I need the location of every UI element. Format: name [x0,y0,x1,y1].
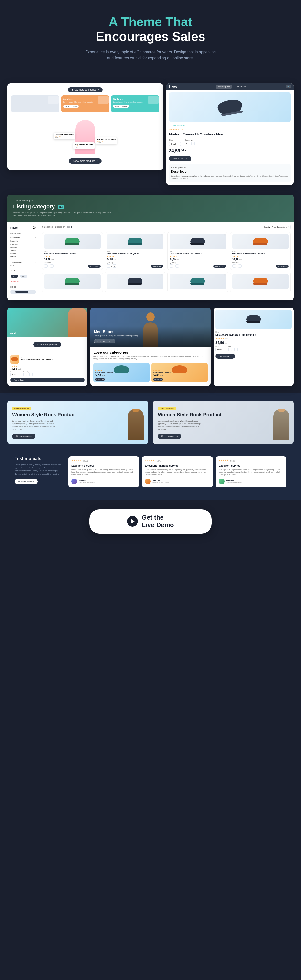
qty-plus-btn[interactable]: + [191,142,195,145]
products-filter-section: PRODUCTS Bestsellers› Products Running F… [10,232,36,258]
tag-man[interactable]: Man [11,275,18,277]
category-card-all[interactable] [11,95,59,113]
show-more-btn-left[interactable]: Show more products [33,342,62,347]
qty-val-1: 1 [48,265,49,267]
product-controls-1: − 1 + Add to Cart [44,264,101,268]
listing-body: Filters ⚙ PRODUCTS Bestsellers› Products… [7,222,294,300]
filter-tennis[interactable]: Tennis [10,249,36,252]
live-demo-button[interactable]: Get the Live Demo [89,509,212,533]
tag-kids[interactable]: Kids [20,275,27,277]
hero-section: A Theme That Encourages Sales Experience… [0,0,301,83]
breadcrumb-men[interactable]: Men [67,226,72,228]
delete-all-tags[interactable]: • Delete all [10,281,19,283]
breadcrumb-categories[interactable]: Categories [42,226,53,228]
wishlist-btn-8[interactable]: ♡ [286,274,288,277]
qty-plus-4[interactable]: + [238,264,242,268]
tc-right-qty-minus[interactable]: − [228,348,232,351]
tc-right-qty-plus[interactable]: + [234,348,238,351]
filter-bestsellers[interactable]: Bestsellers› [10,236,36,239]
pd-tab-men[interactable]: Men Shoes [234,85,247,89]
show-more-categories-btn[interactable]: Show more categories [68,87,103,92]
go-arrow-icon: → [111,340,112,342]
filter-formal[interactable]: Formal [10,252,36,255]
testimonials-show-btn[interactable]: ⊞ Show products [15,479,38,484]
add-cart-2[interactable]: Add to Cart [151,264,163,268]
wishlist-btn-6[interactable]: ♡ [161,274,163,277]
tc-right-name: Nike Zoom Invincible Run Flyknit 2 [215,334,292,337]
pd-tab-all[interactable]: All Categories [216,85,232,89]
size-select[interactable]: Small [169,142,181,146]
tc-left-add-cart[interactable]: Add to Cart [10,378,84,382]
qty-plus-2[interactable]: + [113,264,116,268]
tc-right-product-img [215,310,292,329]
tc-right-size-select[interactable]: Small [215,348,226,352]
test-1-role: Client about Real Leaves [79,482,95,483]
wishlist-btn-2[interactable]: ♡ [161,234,163,237]
test-2-role: Client about Real Leaves [152,482,169,483]
wishlist-btn-1[interactable]: ♡ [98,234,101,237]
product-img-5 [44,274,101,289]
add-cart-4[interactable]: Add to Cart [276,264,288,268]
listing-card: ← Back to category Listing category 153 … [7,195,294,300]
show-more-products-btn[interactable]: Show more products [69,158,101,164]
product-name-4: Nike Zoom Invincible Run Flyknit 2 [232,253,289,255]
add-cart-3[interactable]: Add to Cart [213,264,226,268]
wishlist-btn-7[interactable]: ♡ [224,274,226,277]
pd-tabs: All Categories Men Shoes [216,85,247,89]
love-card-2-btn[interactable]: Add to Cart [153,378,163,381]
love-categories-section: Love our categories Lorem Ipsum is simpl… [90,347,211,386]
sort-dropdown[interactable]: Sort by: Price descending ▾ [261,225,291,229]
category-card-sneakers[interactable]: Sneakers Lorem ipsum dolor sit amet cons… [61,95,109,113]
category-card-walking[interactable]: Walking... Lorem ipsum dolor sit amet co… [111,95,159,113]
tc-left-size-select[interactable]: Small [10,372,22,376]
qty-minus-1[interactable]: − [44,264,48,268]
qty-minus-btn[interactable]: − [185,142,188,145]
pd-back-link[interactable]: ← Back to category [169,124,291,126]
filter-others[interactable]: Others [10,255,36,258]
filter-icon[interactable]: ⚙ [33,226,36,230]
cat-sneakers-btn[interactable]: Go to Category [63,105,79,108]
qty-minus-3[interactable]: − [170,264,173,268]
wishlist-btn-5[interactable]: ♡ [98,274,101,277]
product-controls-2: − 1 + Add to Cart [107,264,163,268]
cat-walking-btn[interactable]: Go to Category [113,105,128,108]
qty-plus-3[interactable]: + [176,264,179,268]
love-grid: ★★★★★ Men Shoes Product 34,59 usd Add to… [93,363,208,382]
love-card-1-btn[interactable]: Add to Cart [95,378,105,381]
filter-accessories[interactable]: Accessories› [10,261,36,264]
test-1-name: John Doe [79,480,95,482]
testimonials-sub: Lorem Ipsum is simply dummy text of the … [15,463,63,476]
promo-1-btn[interactable]: ⊞ Show products [12,434,35,439]
testimonials-left: Testimonials Lorem Ipsum is simply dummy… [15,456,63,484]
test-card-1: ★★★★★ 4.5/11 Excellent service! Lorem ip… [68,456,139,488]
listing-hero: ← Back to category Listing category 153 … [7,195,294,222]
product-name-1: Nike Zoom Invincible Run Flyknit 2 [44,253,101,255]
add-cart-1[interactable]: Add to Cart [88,264,100,268]
qty-minus-2[interactable]: − [107,264,111,268]
add-to-cart-btn[interactable]: Add to cart → [169,156,191,161]
tc-hero-cat-btn[interactable]: Go to Category → [94,339,115,343]
qty-plus-1[interactable]: + [50,264,54,268]
filter-products[interactable]: Products [10,239,36,243]
breadcrumb-bestseller[interactable]: Bestseller [55,226,65,228]
filter-running[interactable]: Running [10,243,36,246]
tc-left-qty-minus[interactable]: − [24,372,27,376]
qty-val-2: 1 [111,265,112,267]
filter-sale[interactable]: Sale [10,264,36,267]
product-stars-3: ★★★★★ [170,256,226,258]
tc-left-qty-plus[interactable]: + [29,372,33,376]
filter-football[interactable]: Football [10,246,36,249]
wishlist-btn-3[interactable]: ♡ [224,234,226,237]
product-img-3 [170,234,226,249]
tc-right-add-btn[interactable]: Add to Cart → [215,353,235,359]
table-row: ♡ Nike Nike Zoom Invincible Run Flyknit … [105,232,166,270]
wishlist-btn-4[interactable]: ♡ [286,234,288,237]
qty-minus-4[interactable]: − [232,264,236,268]
promo-2-btn[interactable]: ⊞ Show products [158,434,181,439]
pd-about-section: About product Description Lorem ipsum is… [169,164,291,182]
pd-search[interactable]: 🔍 [286,85,291,88]
sort-chevron-icon: ▾ [288,226,288,228]
listing-back-link[interactable]: ← Back to category [13,199,288,202]
tc-right-brand: Nike [215,331,292,333]
product-currency-1: usd [51,259,54,261]
